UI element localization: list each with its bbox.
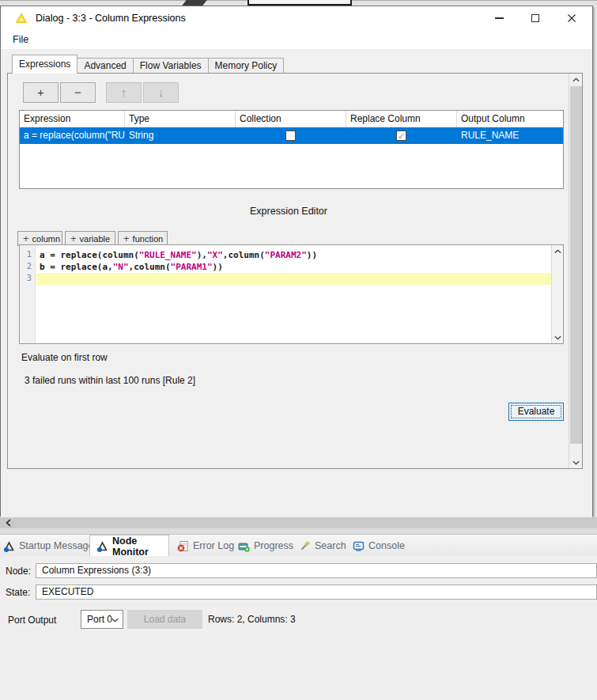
divider (0, 528, 597, 534)
maximize-icon (531, 14, 539, 22)
node-label: Node: (6, 566, 31, 577)
dialog-body: Expressions Advanced Flow Variables Memo… (1, 49, 592, 517)
tab-label: Node Monitor (112, 535, 168, 558)
line-number: 2 (21, 261, 32, 271)
column-header-replace-column[interactable]: Replace Column (346, 111, 457, 127)
column-header-expression[interactable]: Expression (20, 111, 125, 127)
tab-advanced[interactable]: Advanced (77, 58, 133, 74)
code-line-2: b = replace(a,"N",column("PARAM1")) (40, 261, 223, 273)
plus-icon: + (123, 233, 130, 244)
collection-checkbox[interactable] (285, 131, 296, 141)
load-data-button[interactable]: Load data (127, 610, 202, 629)
minimize-icon (495, 17, 504, 19)
menu-bar: File (1, 30, 592, 49)
current-line-highlight (36, 273, 551, 285)
scroll-down-icon[interactable] (569, 456, 582, 468)
table-row[interactable]: a = replace(column("RUL... String ✓ RULE… (20, 127, 563, 144)
background-window-strip (0, 0, 597, 6)
cell-output-column: RULE_NAME (457, 127, 563, 144)
tab-label: Error Log (193, 540, 234, 551)
evaluate-on-first-row-label: Evaluate on first row (21, 352, 108, 363)
title-bar[interactable]: Dialog - 3:3 - Column Expressions (1, 6, 592, 30)
window-title: Dialog - 3:3 - Column Expressions (36, 6, 186, 30)
add-expression-button[interactable]: + (23, 82, 59, 103)
progress-icon (238, 540, 250, 552)
code-line-1: a = replace(column("RULE_NAME"),"X",colu… (40, 249, 317, 261)
expression-table-header: Expression Type Collection Replace Colum… (20, 111, 563, 127)
screen: Dialog - 3:3 - Column Expressions File E… (0, 0, 597, 700)
column-header-collection[interactable]: Collection (236, 111, 346, 127)
cell-replace-column: ✓ (346, 127, 457, 144)
tab-memory-policy[interactable]: Memory Policy (208, 58, 285, 74)
close-button[interactable] (561, 9, 582, 28)
column-header-output-column[interactable]: Output Column (457, 111, 563, 127)
knime-app-icon (15, 12, 28, 25)
column-header-type[interactable]: Type (125, 111, 236, 127)
cell-expression: a = replace(column("RUL... (20, 127, 125, 144)
expressions-panel: + − ↑ ↓ Expression Type Collection Repla… (7, 73, 583, 469)
tab-console[interactable]: Console (353, 535, 405, 557)
cell-collection (236, 127, 346, 144)
menu-file[interactable]: File (9, 30, 32, 49)
scroll-down-icon[interactable] (552, 331, 563, 343)
tab-label: Console (368, 540, 405, 551)
line-number: 3 (21, 273, 32, 283)
tab-progress[interactable]: Progress (238, 535, 293, 557)
console-tab-bar: Startup Messages Node Monitor Error Log (0, 534, 597, 556)
state-label: State: (6, 587, 30, 598)
console-icon (353, 540, 365, 552)
state-value-field: EXECUTED (36, 585, 597, 600)
port-select-value: Port 0 (87, 614, 112, 625)
scroll-up-icon[interactable] (552, 245, 563, 257)
line-number-gutter: 1 2 3 (20, 245, 36, 343)
scroll-left-icon[interactable] (2, 518, 13, 528)
tab-label: Startup Messages (19, 540, 99, 551)
tab-expressions[interactable]: Expressions (12, 55, 77, 74)
tab-node-monitor[interactable]: Node Monitor (89, 535, 169, 557)
minimize-button[interactable] (489, 9, 509, 28)
insert-variable-label: variable (80, 234, 111, 244)
cell-type: String (125, 127, 236, 144)
line-number: 1 (21, 249, 32, 259)
port-select[interactable]: Port 0 (81, 610, 123, 629)
node-monitor-panel: Node: Column Expressions (3:3) State: EX… (0, 556, 597, 700)
remove-expression-button[interactable]: − (60, 82, 96, 103)
insert-column-label: column (32, 234, 60, 244)
background-shape (247, 0, 352, 6)
background-shape (182, 0, 206, 6)
flashlight-search-icon (299, 540, 311, 552)
node-value-field: Column Expressions (3:3) (36, 563, 597, 578)
replace-column-checkbox[interactable]: ✓ (396, 131, 406, 141)
close-icon (567, 13, 576, 23)
tab-startup-messages[interactable]: Startup Messages (3, 535, 99, 557)
plus-icon: + (70, 233, 77, 244)
dialog-window: Dialog - 3:3 - Column Expressions File E… (0, 6, 593, 516)
insert-function-label: function (133, 234, 164, 244)
tab-search[interactable]: Search (299, 535, 346, 557)
tab-flow-variables[interactable]: Flow Variables (133, 58, 209, 74)
evaluate-result-text: 3 failed runs within last 100 runs [Rule… (25, 375, 195, 386)
knime-info-icon (3, 540, 15, 552)
tab-label: Search (315, 540, 346, 551)
editor-scrollbar[interactable] (551, 245, 563, 343)
panel-scrollbar[interactable] (569, 74, 582, 468)
chevron-down-icon (111, 618, 119, 622)
scroll-up-icon[interactable] (569, 74, 582, 85)
plus-icon: + (23, 233, 29, 244)
move-up-button[interactable]: ↑ (106, 82, 142, 103)
tab-error-log[interactable]: Error Log (177, 535, 234, 557)
knime-info-icon (96, 540, 108, 552)
port-output-label: Port Output (8, 615, 56, 626)
error-log-icon (177, 540, 189, 552)
tab-label: Progress (254, 540, 293, 551)
move-down-button[interactable]: ↓ (143, 82, 179, 103)
expression-list-table: Expression Type Collection Replace Colum… (19, 110, 564, 189)
maximize-button[interactable] (525, 9, 546, 28)
evaluate-button[interactable]: Evaluate (508, 403, 564, 421)
dialog-tab-bar: Expressions Advanced Flow Variables Memo… (12, 55, 283, 74)
background-hscrollbar[interactable] (0, 517, 597, 528)
expression-editor-title: Expression Editor (8, 206, 569, 217)
scrollbar-thumb[interactable] (570, 86, 582, 444)
code-editor[interactable]: 1 2 3 a = replace(column("RULE_NAME"),"X… (19, 244, 564, 344)
rows-columns-summary: Rows: 2, Columns: 3 (208, 614, 296, 625)
